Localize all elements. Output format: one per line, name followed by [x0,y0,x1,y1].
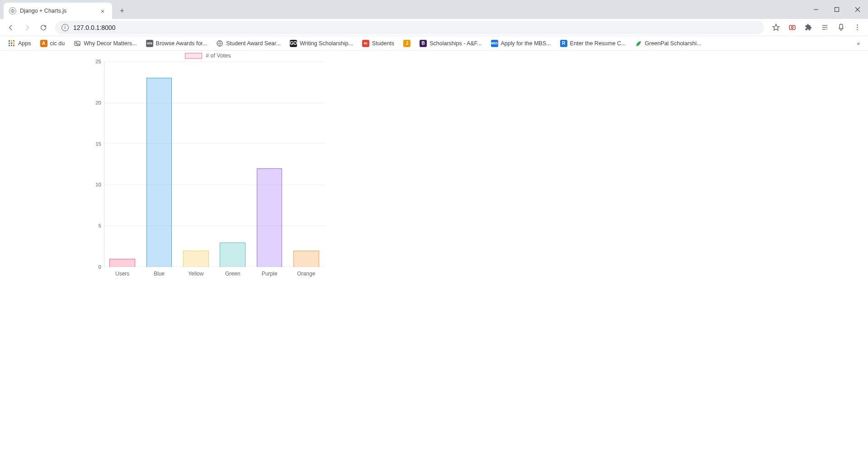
votes-chart: # of Votes UsersBlueYellowGreenPurpleOra… [86,52,330,279]
x-axis-label: Yellow [178,269,214,279]
svg-rect-15 [11,40,12,42]
svg-rect-2 [835,8,839,12]
svg-point-13 [857,29,858,30]
back-button[interactable] [4,20,18,35]
minimize-button[interactable] [806,0,826,19]
svg-rect-20 [9,45,10,46]
star-icon[interactable] [769,20,783,35]
y-axis-label: 5 [86,223,101,228]
bookmark-item[interactable]: iieStudents [359,38,398,49]
tab-strip: Django + Charts.js × + [0,0,868,19]
svg-rect-21 [11,45,12,46]
y-axis-label: 10 [86,182,101,187]
svg-marker-5 [773,24,779,30]
url-text: 127.0.0.1:8000 [73,24,115,31]
chart-bar[interactable] [220,243,245,267]
bookmark-label: Apps [18,40,31,47]
y-axis-label: 25 [86,59,101,64]
x-axis-label: Orange [288,269,325,279]
close-icon[interactable]: × [99,7,107,15]
bookmark-item[interactable]: Why Decor Matters... [70,38,140,49]
chart-bar[interactable] [293,251,319,267]
bookmark-label: cic du [50,40,65,47]
svg-rect-17 [9,43,10,44]
bookmark-label: Students [372,40,394,47]
nav-toolbar: i 127.0.0.1:8000 [0,19,868,36]
y-axis-label: 0 [86,264,101,270]
bookmark-label: Student Award Sear... [226,40,281,47]
bookmark-item[interactable]: J [400,38,414,49]
address-bar[interactable]: i 127.0.0.1:8000 [55,21,764,34]
bookmark-label: Writing Scholarship... [300,40,353,47]
maximize-button[interactable] [826,0,847,19]
bookmark-item[interactable]: Acic du [37,38,69,49]
profile-icon[interactable] [834,20,848,35]
svg-rect-16 [13,40,14,42]
svg-point-12 [857,27,858,28]
bookmark-item[interactable]: BScholarships - A&F... [416,38,485,49]
page-content: # of Votes UsersBlueYellowGreenPurpleOra… [0,51,868,466]
svg-rect-14 [9,40,10,42]
bookmark-label: Why Decor Matters... [84,40,137,47]
menu-icon[interactable] [850,20,864,35]
chart-legend[interactable]: # of Votes [86,52,330,59]
svg-point-11 [857,24,858,26]
forward-button[interactable] [20,20,34,35]
chart-bar[interactable] [183,251,209,267]
browser-window: Django + Charts.js × + i 127.0.0.1:8000 … [0,0,868,466]
x-axis-label: Green [214,269,251,279]
bookmark-label: Browse Awards for... [156,40,208,47]
svg-rect-19 [13,43,14,44]
bookmark-item[interactable]: GreenPal Scholarshi... [631,38,705,49]
bookmarks-overflow-icon[interactable]: » [853,38,863,48]
x-axis-label: Users [104,269,141,279]
bookmark-item[interactable]: Apps [5,38,35,49]
bookmark-item[interactable]: GOWriting Scholarship... [286,38,357,49]
y-axis-label: 15 [86,141,101,147]
reading-list-icon[interactable] [817,20,832,35]
bookmarks-bar: AppsAcic duWhy Decor Matters...isfaBrows… [0,36,868,51]
bookmark-item[interactable]: Student Award Sear... [212,38,284,49]
bookmark-label: GreenPal Scholarshi... [645,40,701,47]
svg-rect-6 [789,25,795,29]
site-info-icon[interactable]: i [61,24,69,31]
svg-rect-18 [11,43,12,44]
chart-bar[interactable] [146,78,172,267]
bookmark-item[interactable]: MBSApply for the MBS... [487,38,555,49]
legend-label: # of Votes [206,52,231,59]
legend-swatch [185,53,202,59]
svg-rect-22 [13,45,14,46]
y-axis-label: 20 [86,100,101,105]
extensions-icon[interactable] [801,20,816,35]
svg-point-24 [76,43,77,44]
chart-bar[interactable] [257,168,283,267]
x-axis-label: Purple [251,269,288,279]
bookmark-item[interactable]: isfaBrowse Awards for... [142,38,211,49]
bookmark-label: Enter the Resume C... [570,40,626,47]
new-tab-button[interactable]: + [116,5,128,17]
bookmark-item[interactable]: REnter the Resume C... [557,38,630,49]
bookmark-label: Apply for the MBS... [501,40,551,47]
svg-point-7 [791,27,793,29]
browser-tab[interactable]: Django + Charts.js × [4,3,112,19]
chart-bar[interactable] [109,259,135,267]
close-window-button[interactable] [847,0,868,19]
globe-icon [9,7,16,14]
bookmark-label: Scholarships - A&F... [429,40,481,47]
screenshot-icon[interactable] [785,20,799,35]
chart-plot: UsersBlueYellowGreenPurpleOrange 0510152… [86,62,330,279]
x-axis-label: Blue [141,269,177,279]
tab-title: Django + Charts.js [20,8,66,14]
reload-button[interactable] [36,20,51,35]
window-controls [806,0,868,19]
